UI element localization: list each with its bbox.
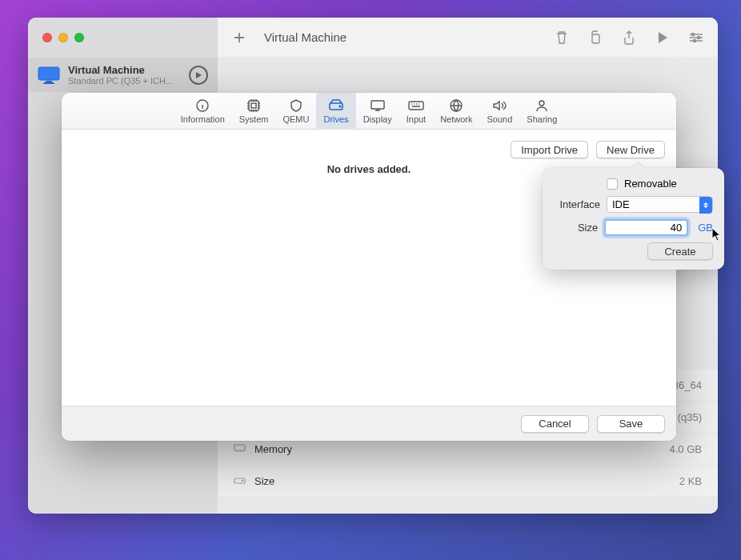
tab-sound[interactable]: Sound — [480, 93, 520, 130]
tab-drives[interactable]: Drives — [316, 93, 355, 130]
interface-label: Interface — [554, 198, 600, 210]
sharing-icon — [535, 98, 549, 113]
qemu-icon — [289, 98, 303, 113]
svg-rect-14 — [251, 103, 256, 108]
size-label: Size — [554, 222, 598, 234]
titlebar — [28, 18, 218, 58]
monitor-icon — [38, 66, 60, 84]
svg-rect-0 — [38, 67, 59, 80]
chevron-up-down-icon — [699, 197, 712, 214]
svg-rect-3 — [592, 34, 599, 43]
settings-icon[interactable] — [689, 30, 703, 45]
tab-label: Sound — [487, 114, 513, 124]
svg-rect-17 — [371, 101, 384, 109]
svg-point-6 — [694, 39, 696, 42]
network-icon — [449, 98, 463, 113]
interface-select[interactable]: IDE — [607, 196, 713, 213]
detail-row: Size2 KB — [218, 466, 718, 498]
new-drive-button[interactable]: New Drive — [596, 141, 665, 158]
share-icon[interactable] — [622, 30, 636, 45]
tab-label: Display — [363, 114, 392, 124]
tab-system[interactable]: System — [232, 93, 276, 130]
tab-label: Network — [440, 114, 472, 124]
interface-value: IDE — [612, 198, 630, 210]
clone-icon[interactable] — [588, 30, 603, 45]
tab-label: Sharing — [527, 114, 557, 124]
drive-icon — [234, 475, 254, 487]
new-drive-popover: Removable Interface IDE Size GB Create — [543, 168, 724, 270]
removable-checkbox[interactable] — [607, 178, 618, 190]
zoom-window-button[interactable] — [74, 33, 84, 42]
vm-name: Virtual Machine — [68, 64, 181, 76]
tab-label: Information — [181, 114, 225, 124]
size-input[interactable] — [604, 219, 688, 236]
input-icon — [408, 98, 424, 113]
sidebar-vm-item[interactable]: Virtual Machine Standard PC (Q35 + ICH..… — [28, 58, 218, 92]
tab-input[interactable]: Input — [399, 93, 433, 130]
detail-value: 4.0 GB — [670, 443, 702, 455]
svg-point-20 — [539, 101, 544, 106]
tab-label: Drives — [323, 114, 348, 124]
detail-value: 2 KB — [679, 475, 702, 487]
tab-network[interactable]: Network — [433, 93, 479, 130]
tab-display[interactable]: Display — [356, 93, 399, 130]
close-window-button[interactable] — [42, 33, 52, 42]
import-drive-button[interactable]: Import Drive — [511, 141, 588, 158]
svg-point-16 — [339, 106, 341, 107]
vm-play-button[interactable] — [189, 66, 208, 85]
memory-icon — [234, 443, 254, 455]
play-icon[interactable] — [655, 30, 670, 45]
svg-rect-18 — [409, 102, 423, 110]
detail-label: Size — [254, 475, 679, 487]
tab-qemu[interactable]: QEMU — [275, 93, 316, 130]
system-icon — [246, 98, 261, 113]
removable-label: Removable — [624, 178, 677, 190]
svg-point-4 — [692, 33, 695, 35]
add-button[interactable] — [232, 30, 246, 45]
display-icon — [370, 98, 386, 113]
tab-label: QEMU — [282, 114, 309, 124]
svg-rect-9 — [234, 445, 245, 450]
settings-tabs: InformationSystemQEMUDrivesDisplayInputN… — [62, 93, 676, 130]
create-button[interactable]: Create — [647, 242, 713, 260]
sound-icon — [492, 98, 507, 113]
detail-label: Memory — [254, 443, 670, 455]
svg-point-5 — [698, 36, 700, 38]
trash-icon[interactable] — [555, 30, 569, 45]
svg-point-11 — [242, 480, 242, 481]
tab-label: Input — [407, 114, 426, 124]
svg-rect-2 — [43, 82, 54, 84]
tab-label: System — [239, 114, 269, 124]
information-icon — [195, 98, 210, 113]
save-button[interactable]: Save — [597, 415, 665, 433]
vm-subtitle: Standard PC (Q35 + ICH... — [68, 76, 181, 86]
svg-rect-13 — [249, 101, 258, 110]
tab-sharing[interactable]: Sharing — [519, 93, 564, 130]
mouse-cursor — [711, 227, 723, 242]
svg-rect-1 — [46, 81, 52, 82]
drives-icon — [328, 98, 344, 113]
cancel-button[interactable]: Cancel — [521, 415, 589, 433]
minimize-window-button[interactable] — [58, 33, 68, 42]
toolbar-title: Virtual Machine — [264, 30, 542, 44]
tab-information[interactable]: Information — [174, 93, 232, 130]
